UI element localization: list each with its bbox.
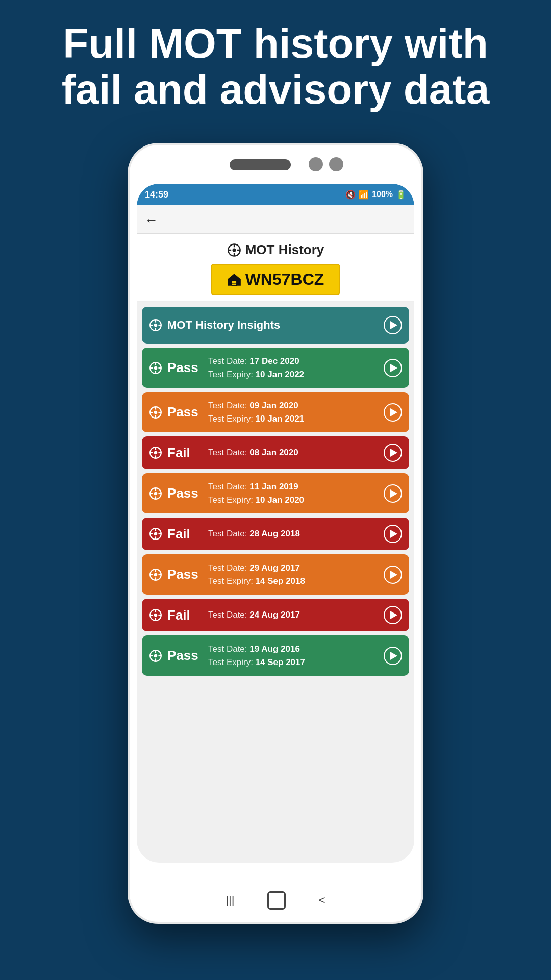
- mot-row-0[interactable]: Pass Test Date: 17 Dec 2020 Test Expiry:…: [142, 348, 409, 388]
- status-time: 14:59: [145, 189, 168, 200]
- svg-point-61: [154, 654, 158, 657]
- mot-title-icon: [227, 243, 241, 257]
- play-triangle-2: [390, 449, 397, 457]
- mot-result-6: Fail: [167, 607, 203, 623]
- mot-row-play-6[interactable]: [384, 606, 402, 624]
- headline: Full MOT history with fail and advisory …: [31, 20, 520, 112]
- svg-point-31: [154, 451, 158, 455]
- mot-result-4: Fail: [167, 526, 203, 542]
- mot-dates-1: Test Date: 09 Jan 2020 Test Expiry: 10 J…: [208, 399, 304, 425]
- battery-text: 100%: [372, 190, 393, 199]
- play-triangle-6: [390, 611, 397, 619]
- mot-row-play-1[interactable]: [384, 403, 402, 422]
- mute-icon: 🔇: [345, 190, 356, 200]
- insights-icon: [149, 318, 162, 332]
- mot-dates-4: Test Date: 28 Aug 2018: [208, 527, 300, 541]
- mot-row-play-2[interactable]: [384, 444, 402, 462]
- mot-row-left-5: Pass Test Date: 29 Aug 2017 Test Expiry:…: [149, 561, 305, 587]
- mot-result-5: Pass: [167, 567, 203, 582]
- play-triangle-7: [390, 652, 397, 660]
- insights-left: MOT History Insights: [149, 318, 280, 332]
- content-list: MOT History Insights Pass Test Date:: [137, 302, 414, 863]
- svg-point-37: [154, 492, 158, 495]
- mot-row-play-4[interactable]: [384, 525, 402, 543]
- svg-point-19: [154, 366, 158, 370]
- mot-dates-0: Test Date: 17 Dec 2020 Test Expiry: 10 J…: [208, 355, 304, 381]
- status-bar: 14:59 🔇 📶 100% 🔋: [137, 184, 414, 205]
- insights-row[interactable]: MOT History Insights: [142, 307, 409, 344]
- phone-mockup: 14:59 🔇 📶 100% 🔋 ←: [128, 143, 423, 924]
- mot-expiry-5: Test Expiry: 14 Sep 2018: [208, 575, 305, 588]
- mot-row-left-0: Pass Test Date: 17 Dec 2020 Test Expiry:…: [149, 355, 304, 381]
- svg-point-43: [154, 532, 158, 536]
- mot-result-1: Pass: [167, 404, 203, 420]
- mot-row-icon: [149, 608, 162, 622]
- app-header: ←: [137, 205, 414, 234]
- mot-row-left-4: Fail Test Date: 28 Aug 2018: [149, 526, 300, 542]
- camera-dot-2: [329, 157, 343, 172]
- mot-test-date-2: Test Date: 08 Jan 2020: [208, 446, 298, 459]
- mot-dates-2: Test Date: 08 Jan 2020: [208, 446, 298, 459]
- mot-row-icon: [149, 568, 162, 581]
- garage-icon: [227, 273, 241, 287]
- mot-row-left-7: Pass Test Date: 19 Aug 2016 Test Expiry:…: [149, 643, 305, 669]
- insights-label: MOT History Insights: [167, 318, 280, 332]
- svg-point-25: [154, 410, 158, 414]
- mot-row-play-5[interactable]: [384, 566, 402, 584]
- mot-test-date-6: Test Date: 24 Aug 2017: [208, 608, 300, 622]
- mot-test-date-5: Test Date: 29 Aug 2017: [208, 561, 305, 575]
- mot-row-play-3[interactable]: [384, 484, 402, 503]
- mot-row-play-0[interactable]: [384, 359, 402, 377]
- battery-icon: 🔋: [396, 190, 406, 200]
- play-triangle-5: [390, 571, 397, 579]
- mot-expiry-0: Test Expiry: 10 Jan 2022: [208, 368, 304, 381]
- mot-expiry-1: Test Expiry: 10 Jan 2021: [208, 412, 304, 426]
- wifi-icon: 📶: [359, 190, 369, 200]
- headline-line2: fail and advisory data: [62, 66, 490, 112]
- mot-result-0: Pass: [167, 360, 203, 376]
- mot-result-3: Pass: [167, 485, 203, 501]
- home-bar-circle: [267, 891, 286, 910]
- mot-row-4[interactable]: Fail Test Date: 28 Aug 2018: [142, 518, 409, 550]
- play-triangle-0: [390, 364, 397, 372]
- page-title: MOT History: [145, 242, 406, 258]
- camera: [309, 157, 343, 172]
- mot-row-left-3: Pass Test Date: 11 Jan 2019 Test Expiry:…: [149, 480, 304, 506]
- mot-row-icon: [149, 649, 162, 663]
- play-triangle-3: [390, 489, 397, 498]
- mot-row-icon: [149, 406, 162, 419]
- speaker: [230, 159, 291, 170]
- mot-test-date-4: Test Date: 28 Aug 2018: [208, 527, 300, 541]
- screen: 14:59 🔇 📶 100% 🔋 ←: [137, 184, 414, 863]
- mot-row-7[interactable]: Pass Test Date: 19 Aug 2016 Test Expiry:…: [142, 635, 409, 676]
- mot-test-date-1: Test Date: 09 Jan 2020: [208, 399, 304, 412]
- mot-row-play-7[interactable]: [384, 647, 402, 665]
- mot-test-date-0: Test Date: 17 Dec 2020: [208, 355, 304, 368]
- mot-row-icon: [149, 487, 162, 500]
- mot-dates-3: Test Date: 11 Jan 2019 Test Expiry: 10 J…: [208, 480, 304, 506]
- home-bar-lines: |||: [226, 894, 234, 907]
- svg-point-13: [154, 324, 158, 327]
- mot-row-left-1: Pass Test Date: 09 Jan 2020 Test Expiry:…: [149, 399, 304, 425]
- play-triangle-4: [390, 530, 397, 538]
- mot-row-icon: [149, 527, 162, 541]
- mot-row-icon: [149, 361, 162, 375]
- mot-row-3[interactable]: Pass Test Date: 11 Jan 2019 Test Expiry:…: [142, 473, 409, 513]
- mot-result-7: Pass: [167, 648, 203, 664]
- mot-row-5[interactable]: Pass Test Date: 29 Aug 2017 Test Expiry:…: [142, 554, 409, 595]
- mot-test-date-3: Test Date: 11 Jan 2019: [208, 480, 304, 494]
- mot-test-date-7: Test Date: 19 Aug 2016: [208, 643, 305, 656]
- mot-result-2: Fail: [167, 445, 203, 461]
- camera-dot-1: [309, 157, 323, 172]
- insights-play-button[interactable]: [384, 316, 402, 334]
- play-icon: [390, 321, 397, 329]
- back-button[interactable]: ←: [145, 212, 158, 228]
- title-section: MOT History WN57BCZ: [137, 234, 414, 302]
- mot-row-6[interactable]: Fail Test Date: 24 Aug 2017: [142, 599, 409, 631]
- headline-line1: Full MOT history with: [63, 20, 488, 66]
- svg-point-5: [232, 248, 236, 252]
- mot-row-1[interactable]: Pass Test Date: 09 Jan 2020 Test Expiry:…: [142, 392, 409, 432]
- mot-dates-6: Test Date: 24 Aug 2017: [208, 608, 300, 622]
- mot-row-2[interactable]: Fail Test Date: 08 Jan 2020: [142, 436, 409, 469]
- mot-expiry-3: Test Expiry: 10 Jan 2020: [208, 494, 304, 507]
